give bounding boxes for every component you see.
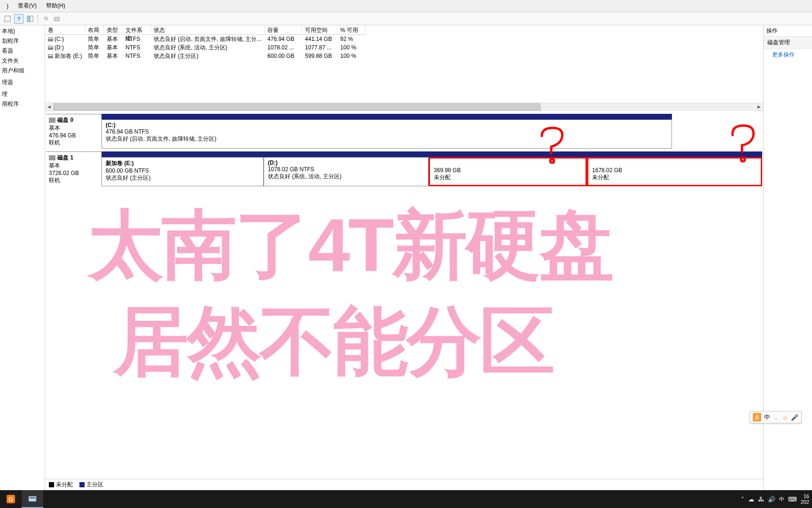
tree-item[interactable]: 用户和组 — [0, 66, 45, 76]
tray-network-icon[interactable]: 🖧 — [758, 496, 764, 503]
col-status[interactable]: 状态 — [151, 25, 265, 35]
ime-punct[interactable]: ， — [773, 413, 779, 421]
menu-help[interactable]: 帮助(H) — [41, 0, 70, 12]
actions-more[interactable]: 更多操作 — [764, 49, 812, 61]
tray-chevron-icon[interactable]: ˄ — [741, 496, 744, 503]
tree-root[interactable]: 本地) — [0, 26, 45, 36]
volume-icon — [48, 54, 53, 58]
col-type[interactable]: 类型 — [104, 25, 123, 35]
col-layout[interactable]: 布局 — [85, 25, 104, 35]
svg-rect-0 — [5, 16, 10, 22]
tree-item[interactable]: 看器 — [0, 46, 45, 56]
col-pct[interactable]: % 可用 — [337, 25, 366, 35]
tray-date[interactable]: 202 — [801, 499, 809, 505]
toolbar: ? ⟲ — [0, 12, 812, 25]
toolbar-btn-5[interactable] — [52, 14, 62, 24]
disk-row: 磁盘 1基本3726.02 GB联机新加卷 (E:)600.00 GB NTFS… — [46, 151, 762, 186]
svg-rect-3 — [55, 17, 59, 21]
col-fs[interactable]: 文件系统 — [123, 25, 151, 35]
volume-row[interactable]: 新加卷 (E:)简单基本NTFS状态良好 (主分区)600.00 GB599.8… — [45, 52, 763, 60]
tree-panel: 本地) 划程序 看器 文件夹 用户和组 理器 理 用程序 — [0, 25, 45, 490]
volume-row[interactable]: (C:)简单基本NTFS状态良好 (启动, 页面文件, 故障转储, 主分...4… — [45, 35, 763, 43]
system-tray: ˄ ☁ 🖧 🔊 中 ⌨ 16 202 — [741, 493, 812, 505]
tree-item[interactable]: 理器 — [0, 78, 45, 87]
legend-primary-label: 主分区 — [86, 481, 103, 488]
tray-volume-icon[interactable]: 🔊 — [768, 496, 775, 503]
ime-emoji-icon[interactable]: ☺ — [782, 414, 788, 421]
horizontal-scrollbar[interactable]: ◀ ▶ — [45, 103, 763, 111]
taskbar: G ˄ ☁ 🖧 🔊 中 ⌨ 16 202 — [0, 490, 812, 508]
disk-header-bar — [102, 151, 762, 157]
tray-time[interactable]: 16 — [801, 493, 809, 499]
toolbar-help-icon[interactable]: ? — [14, 14, 23, 24]
legend: 未分配 主分区 — [45, 479, 763, 490]
partition[interactable]: 369.98 GB未分配 — [429, 157, 587, 186]
tray-keyboard-icon[interactable]: ⌨ — [788, 496, 797, 503]
tree-item[interactable]: 用程序 — [0, 99, 45, 109]
ime-logo-icon: S — [753, 413, 761, 421]
disk-icon — [49, 155, 55, 160]
legend-unallocated-label: 未分配 — [56, 481, 73, 488]
tray-ime[interactable]: 中 — [779, 496, 784, 503]
taskbar-app-1[interactable]: G — [0, 490, 22, 508]
volume-icon — [48, 46, 53, 50]
tree-item[interactable]: 文件夹 — [0, 56, 45, 66]
ime-lang[interactable]: 中 — [764, 413, 770, 421]
svg-rect-2 — [30, 16, 33, 22]
partition[interactable]: (C:)476.94 GB NTFS状态良好 (启动, 页面文件, 故障转储, … — [102, 119, 672, 149]
disk-icon — [49, 118, 55, 123]
center-panel: 卷 布局 类型 文件系统 状态 容量 可用空间 % 可用 (C:)简单基本NTF… — [45, 25, 764, 490]
disk-row: 磁盘 0基本476.94 GB联机(C:)476.94 GB NTFS状态良好 … — [46, 114, 762, 149]
ime-toolbar[interactable]: S 中 ， ☺ 🎤 — [750, 411, 802, 423]
disk-label[interactable]: 磁盘 1基本3726.02 GB联机 — [46, 151, 102, 186]
partition[interactable]: 新加卷 (E:)600.00 GB NTFS状态良好 (主分区) — [102, 157, 264, 186]
volume-table: 卷 布局 类型 文件系统 状态 容量 可用空间 % 可用 (C:)简单基本NTF… — [45, 25, 763, 111]
menu-bar: ) 查看(V) 帮助(H) — [0, 0, 812, 12]
toolbar-separator — [38, 15, 38, 23]
disk-header-bar — [102, 114, 672, 119]
taskbar-app-diskmgmt[interactable] — [22, 490, 43, 508]
tree-item[interactable]: 划程序 — [0, 36, 45, 46]
svg-rect-1 — [27, 16, 30, 22]
scroll-right-icon[interactable]: ▶ — [755, 103, 763, 111]
col-capacity[interactable]: 容量 — [265, 25, 302, 35]
volume-icon — [48, 37, 53, 41]
legend-primary-swatch — [79, 482, 85, 487]
partition[interactable]: (D:)1078.02 GB NTFS状态良好 (系统, 活动, 主分区) — [264, 157, 429, 186]
svg-rect-6 — [29, 496, 36, 501]
menu-view[interactable]: 查看(V) — [13, 0, 41, 12]
graphical-disk-view: 磁盘 0基本476.94 GB联机(C:)476.94 GB NTFS状态良好 … — [45, 111, 763, 479]
volume-row[interactable]: (D:)简单基本NTFS状态良好 (系统, 活动, 主分区)1078.02 ..… — [45, 43, 763, 52]
tray-cloud-icon[interactable]: ☁ — [748, 496, 754, 503]
menu-file-partial[interactable]: ) — [2, 1, 13, 11]
actions-header: 操作 — [764, 25, 812, 37]
col-free[interactable]: 可用空间 — [302, 25, 337, 35]
toolbar-btn-refresh[interactable]: ⟲ — [41, 14, 50, 24]
disk-label[interactable]: 磁盘 0基本476.94 GB联机 — [46, 114, 102, 149]
ime-mic-icon[interactable]: 🎤 — [791, 414, 798, 421]
actions-section[interactable]: 磁盘管理 — [764, 37, 812, 49]
legend-unallocated-swatch — [49, 482, 54, 487]
scroll-left-icon[interactable]: ◀ — [45, 103, 53, 111]
svg-text:G: G — [8, 496, 13, 503]
toolbar-btn-1[interactable] — [3, 14, 12, 24]
col-volume[interactable]: 卷 — [45, 25, 85, 35]
partition[interactable]: 1678.02 GB未分配 — [587, 157, 762, 186]
tree-item[interactable]: 理 — [0, 89, 45, 99]
toolbar-btn-3[interactable] — [25, 14, 35, 24]
volume-header-row: 卷 布局 类型 文件系统 状态 容量 可用空间 % 可用 — [45, 25, 763, 35]
svg-rect-7 — [30, 497, 35, 499]
